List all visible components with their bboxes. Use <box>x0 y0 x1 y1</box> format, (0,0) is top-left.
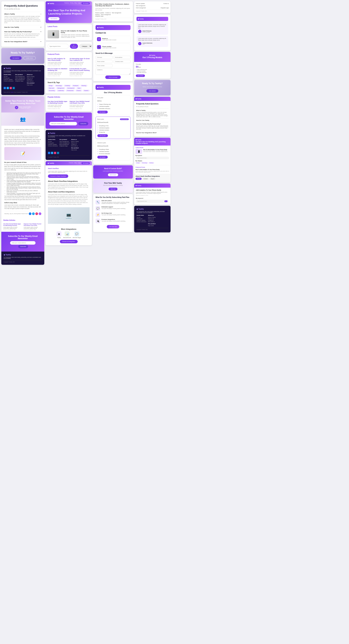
faq-sidebar-item-4[interactable]: How Do Your Integrations Work? <box>136 131 169 134</box>
blog-nav-blog[interactable]: Blog <box>74 2 77 4</box>
contact-link[interactable]: Contact us <box>105 12 111 14</box>
blog-footer-link-1[interactable]: Try free <box>48 141 58 142</box>
popular-item-1[interactable]: Use New Social Media Apps As Marketing F… <box>48 100 68 109</box>
blog-linkedin-icon[interactable]: li <box>57 152 59 154</box>
blog-nav-pricing[interactable]: Pricing <box>70 2 73 4</box>
blog2-nav-blog[interactable]: Blog <box>74 162 77 164</box>
sf-link-3[interactable]: Features updates <box>137 220 146 221</box>
subscribe-main-btn[interactable]: Subscribe <box>78 122 88 125</box>
search-input[interactable] <box>48 44 69 49</box>
features-updates-link[interactable]: Features updates <box>95 12 104 14</box>
sf-about-3[interactable]: Contact us <box>148 220 156 221</box>
facebook-icon[interactable]: f <box>4 87 6 89</box>
share-facebook-icon[interactable]: f <box>29 212 31 215</box>
message-field[interactable] <box>96 68 131 75</box>
blog-footer-product-3[interactable]: Blog management <box>60 144 70 145</box>
mini-integration[interactable]: Integration apps <box>161 7 169 8</box>
integration-tazkily[interactable]: ◉ Tazkily <box>57 232 62 238</box>
faq-item-3[interactable]: How Can Tazkily Help My Productivity? + … <box>4 30 41 39</box>
blog-nav-cta[interactable]: Get started <box>82 2 90 4</box>
footer-link-pricing[interactable]: Pricing plan <box>4 78 14 78</box>
email-field[interactable] <box>114 56 131 59</box>
cta-sidebar-btn[interactable]: Get started <box>146 89 158 93</box>
blog2-nav-cta[interactable]: Get started <box>82 162 90 164</box>
tag-design[interactable]: Design <box>48 85 54 86</box>
blog-footer-link-3[interactable]: Features updates <box>48 144 58 145</box>
blog-hero-cta-btn[interactable]: Get started <box>48 17 60 20</box>
faq-sidebar-item-1[interactable]: What Is Tazkily Tazkily is a personal pr… <box>136 108 169 118</box>
faq-item-1[interactable]: What Is Tazkily − Tazkily is a personal … <box>4 12 41 25</box>
search-btn[interactable]: 🔍 Search <box>70 44 78 49</box>
tag-taxation[interactable]: Taxation <box>83 90 90 92</box>
basic-plan-btn[interactable]: Get my trial <box>97 134 108 137</box>
share-twitter-icon[interactable]: t <box>32 212 35 215</box>
mini-keyword-input[interactable]: Type keyword here <box>136 157 169 159</box>
advance-plan-btn[interactable]: Get started <box>97 156 108 158</box>
post-card-1[interactable]: 📱 How To Add Analytics To Your Phone Eas… <box>46 28 92 40</box>
tag-professional[interactable]: Professional <box>66 90 75 92</box>
client-mgmt-link[interactable]: Client management <box>101 14 111 15</box>
featured-item-4[interactable]: 8 Great Books To Learn More About Growth… <box>70 68 90 76</box>
sf-about-1[interactable]: What is Tazkily <box>148 217 156 218</box>
send-message-btn[interactable]: Send message <box>105 76 121 79</box>
footer-link-tryfree[interactable]: Try free <box>4 76 14 77</box>
blog-nav-features[interactable]: Features <box>64 2 69 4</box>
mini-features-updates[interactable]: Features updates <box>136 3 145 4</box>
blog-footer-about2-2[interactable]: Team on us <box>71 142 79 144</box>
blog-footer-about2-4[interactable]: Work with us <box>71 145 79 146</box>
sf-link-2[interactable]: Pricing plan <box>137 218 146 219</box>
phone-field[interactable] <box>96 60 113 63</box>
share-other-icon[interactable]: p <box>39 212 41 215</box>
instagram-icon[interactable]: in <box>10 87 12 89</box>
integration-excel[interactable]: 📊 Microsoft Excel <box>63 232 71 238</box>
tag-accounting[interactable]: Accounting <box>48 90 56 92</box>
tag-sales[interactable]: Sales <box>76 87 82 89</box>
footer-link-extensions[interactable]: Choose extensions <box>4 80 14 82</box>
mini-task-mgmt[interactable]: Task management <box>136 5 145 6</box>
sidebar-free-btn[interactable]: Get started <box>136 74 145 77</box>
blog-twitter-icon[interactable]: t <box>51 152 53 154</box>
blog-footer-help[interactable]: Help center <box>71 149 79 150</box>
blog-footer-link-4[interactable]: Choose extensions <box>48 145 58 146</box>
mini-contact-btn[interactable]: Contact <box>142 178 149 180</box>
add-analytics-search[interactable]: Type keyword here 🔍 <box>136 200 169 203</box>
footer-link-help[interactable]: Help center <box>27 84 34 86</box>
mobile-field[interactable] <box>96 64 113 67</box>
tag-finance[interactable]: Finance <box>75 90 82 92</box>
mini-client[interactable]: Client management <box>136 7 146 8</box>
tag-employee[interactable]: Employee <box>72 85 80 86</box>
tag-development[interactable]: Development <box>66 87 76 89</box>
features-link[interactable]: Features <box>95 14 100 15</box>
category-select[interactable]: Category Planning Creativity Ranking <box>79 44 92 49</box>
trial-btn[interactable]: Get trial now <box>107 225 120 228</box>
blog-footer-product-1[interactable]: Task management <box>60 141 70 142</box>
blog-footer-about2-1[interactable]: What is Tazkily <box>71 141 79 142</box>
subscribe-main-email[interactable] <box>49 122 77 125</box>
blog-footer-product-4[interactable]: Integration apps <box>60 145 70 146</box>
footer-link-team[interactable]: Team on us <box>27 78 34 78</box>
blog2-nav-features[interactable]: Features <box>69 162 74 164</box>
blog-nav-login[interactable]: Login <box>78 2 81 4</box>
popular-item-2[interactable]: Improve Your Mobile Funnel And Reach You… <box>70 100 90 109</box>
custom-build-btn[interactable]: Get in touch <box>108 174 118 176</box>
blog-footer-link-2[interactable]: Pricing plan <box>48 142 58 144</box>
cta-get-started-btn[interactable]: Get started <box>10 56 22 60</box>
first-time-btn[interactable]: Start now <box>109 188 118 190</box>
integration-skype[interactable]: 💬 Microsoft Skype <box>73 232 81 238</box>
free-plan-btn[interactable]: Get started <box>97 111 108 114</box>
company-field[interactable] <box>114 60 131 63</box>
footer-link-what[interactable]: What is Tazkily <box>27 76 34 77</box>
twitter-icon[interactable]: t <box>7 87 9 89</box>
sf-about-4[interactable]: Work with us <box>148 221 156 222</box>
faq-item-4[interactable]: How Do Your Integrations Work? + <box>4 39 41 44</box>
faq-item-2[interactable]: How Do I Use Tazkily + <box>4 25 41 30</box>
featured-item-2[interactable]: 10 Interesting Apps To Grow Your Audienc… <box>70 58 90 66</box>
mini-tag-design[interactable]: Design <box>136 162 141 164</box>
footer-link-work[interactable]: Work with us <box>27 80 34 82</box>
tag-leadership[interactable]: Leadership <box>57 90 65 92</box>
cta-learn-more-btn[interactable]: Learn more <box>24 56 36 60</box>
sf-link-4[interactable]: Choose extensions <box>137 221 146 222</box>
tag-management[interactable]: Management <box>56 87 66 89</box>
tag-technology[interactable]: Technology <box>55 85 63 86</box>
mini-tazkily-btn[interactable]: Tazkily <box>136 178 142 180</box>
